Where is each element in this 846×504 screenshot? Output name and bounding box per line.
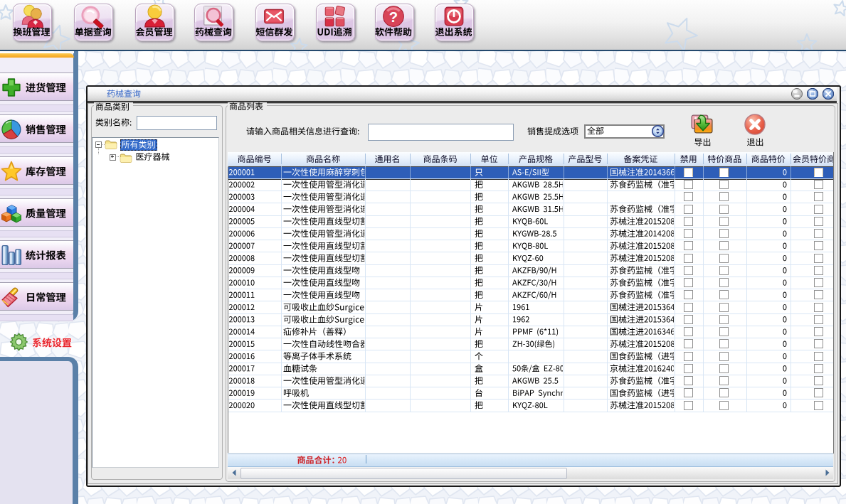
svg-text:?: ? (389, 9, 398, 24)
